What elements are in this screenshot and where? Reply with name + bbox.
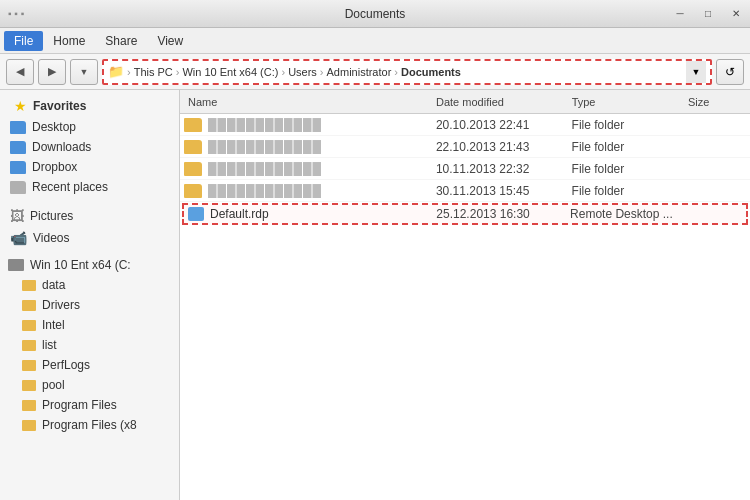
sidebar-item-downloads[interactable]: Downloads (0, 137, 179, 157)
folder-small-icon (22, 320, 36, 331)
table-row[interactable]: ████████████ 30.11.2013 15:45 File folde… (180, 180, 750, 202)
sidebar-item-data[interactable]: data (0, 275, 179, 295)
sidebar-programfilesx86-label: Program Files (x8 (42, 418, 137, 432)
sidebar-item-computer[interactable]: Win 10 Ent x64 (C: (0, 255, 179, 275)
file-name: ████████████ (208, 118, 322, 132)
file-date: 25.12.2013 16:30 (436, 207, 570, 221)
sidebar-item-desktop[interactable]: Desktop (0, 117, 179, 137)
sidebar-item-pool[interactable]: pool (0, 375, 179, 395)
sidebar-item-list[interactable]: list (0, 335, 179, 355)
menu-share[interactable]: Share (95, 31, 147, 51)
maximize-button[interactable]: □ (694, 0, 722, 28)
folder-small-icon (22, 280, 36, 291)
folder-blue-icon (10, 141, 26, 154)
sidebar-item-intel[interactable]: Intel (0, 315, 179, 335)
folder-small-icon (22, 400, 36, 411)
refresh-button[interactable]: ↺ (716, 59, 744, 85)
sidebar-item-drivers[interactable]: Drivers (0, 295, 179, 315)
minimize-button[interactable]: ─ (666, 0, 694, 28)
sidebar-pictures-label: Pictures (30, 209, 73, 223)
address-folder-icon: 📁 (108, 64, 124, 79)
folder-blue-icon (10, 121, 26, 134)
forward-button[interactable]: ▶ (38, 59, 66, 85)
sidebar-programfiles-label: Program Files (42, 398, 117, 412)
back-button[interactable]: ◀ (6, 59, 34, 85)
folder-blue-icon (10, 161, 26, 174)
folder-small-icon (22, 380, 36, 391)
table-row-rdp[interactable]: Default.rdp 25.12.2013 16:30 Remote Desk… (182, 203, 748, 225)
sidebar-desktop-label: Desktop (32, 120, 76, 134)
col-name-header[interactable]: Name (184, 96, 436, 108)
col-date-header[interactable]: Date modified (436, 96, 572, 108)
sidebar-favorites-label: Favorites (33, 99, 86, 113)
sidebar-recent-label: Recent places (32, 180, 108, 194)
address-users: Users (288, 66, 317, 78)
file-name: ████████████ (208, 162, 322, 176)
folder-small-icon (22, 340, 36, 351)
file-type: File folder (572, 140, 688, 154)
col-type-header[interactable]: Type (572, 96, 688, 108)
close-button[interactable]: ✕ (722, 0, 750, 28)
sidebar-downloads-label: Downloads (32, 140, 91, 154)
table-row[interactable]: ████████████ 10.11.2013 22:32 File folde… (180, 158, 750, 180)
address-bar[interactable]: 📁 › This PC › Win 10 Ent x64 (C:) › User… (102, 59, 712, 85)
sidebar-data-label: data (42, 278, 65, 292)
sidebar-drivers-label: Drivers (42, 298, 80, 312)
sidebar-list-label: list (42, 338, 57, 352)
sidebar-item-pictures[interactable]: 🖼 Pictures (0, 205, 179, 227)
sidebar-dropbox-label: Dropbox (32, 160, 77, 174)
sidebar-item-recent[interactable]: Recent places (0, 177, 179, 197)
sidebar-item-dropbox[interactable]: Dropbox (0, 157, 179, 177)
main-area: ★ Favorites Desktop Downloads Dropbox Re… (0, 90, 750, 500)
content-pane: Name Date modified Type Size ███████████… (180, 90, 750, 500)
menu-view[interactable]: View (147, 31, 193, 51)
menu-home[interactable]: Home (43, 31, 95, 51)
column-headers: Name Date modified Type Size (180, 90, 750, 114)
file-type: File folder (572, 118, 688, 132)
title-bar: ▪ ▪ ▪ Documents ─ □ ✕ (0, 0, 750, 28)
sidebar-perflogs-label: PerfLogs (42, 358, 90, 372)
sidebar-item-videos[interactable]: 📹 Videos (0, 227, 179, 249)
folder-icon (184, 118, 202, 132)
address-bar-content: 📁 › This PC › Win 10 Ent x64 (C:) › User… (108, 64, 682, 79)
file-type: File folder (572, 162, 688, 176)
address-documents: Documents (401, 66, 461, 78)
window-controls[interactable]: ─ □ ✕ (666, 0, 750, 28)
folder-small-icon (22, 360, 36, 371)
sidebar-favorites-header: ★ Favorites (0, 90, 179, 117)
rdp-icon (188, 207, 204, 221)
window-title: Documents (345, 7, 406, 21)
folder-icon (184, 162, 202, 176)
menu-file[interactable]: File (4, 31, 43, 51)
file-date: 30.11.2013 15:45 (436, 184, 572, 198)
table-row[interactable]: ████████████ 22.10.2013 21:43 File folde… (180, 136, 750, 158)
folder-icon (184, 140, 202, 154)
col-size-header[interactable]: Size (688, 96, 746, 108)
address-dropdown-button[interactable]: ▼ (686, 61, 706, 83)
file-name-cell: ████████████ (184, 162, 436, 176)
title-bar-icons: ▪ ▪ ▪ (8, 8, 24, 19)
address-admin: Administrator (327, 66, 392, 78)
file-type: File folder (572, 184, 688, 198)
table-row[interactable]: ████████████ 20.10.2013 22:41 File folde… (180, 114, 750, 136)
address-drive: Win 10 Ent x64 (C:) (182, 66, 278, 78)
sidebar-item-programfilesx86[interactable]: Program Files (x8 (0, 415, 179, 435)
address-this-pc: This PC (134, 66, 173, 78)
sidebar-item-perflogs[interactable]: PerfLogs (0, 355, 179, 375)
file-date: 20.10.2013 22:41 (436, 118, 572, 132)
file-name-cell: Default.rdp (188, 207, 436, 221)
folder-small-icon (22, 420, 36, 431)
file-name-cell: ████████████ (184, 184, 436, 198)
sidebar-item-programfiles[interactable]: Program Files (0, 395, 179, 415)
sidebar-drive-label: Win 10 Ent x64 (C: (30, 258, 131, 272)
folder-small-icon (22, 300, 36, 311)
up-button[interactable]: ▼ (70, 59, 98, 85)
menu-bar: File Home Share View (0, 28, 750, 54)
file-date: 22.10.2013 21:43 (436, 140, 572, 154)
file-name: ████████████ (208, 140, 322, 154)
pictures-icon: 🖼 (10, 208, 24, 224)
sidebar-intel-label: Intel (42, 318, 65, 332)
sidebar-videos-label: Videos (33, 231, 69, 245)
sidebar: ★ Favorites Desktop Downloads Dropbox Re… (0, 90, 180, 500)
file-date: 10.11.2013 22:32 (436, 162, 572, 176)
